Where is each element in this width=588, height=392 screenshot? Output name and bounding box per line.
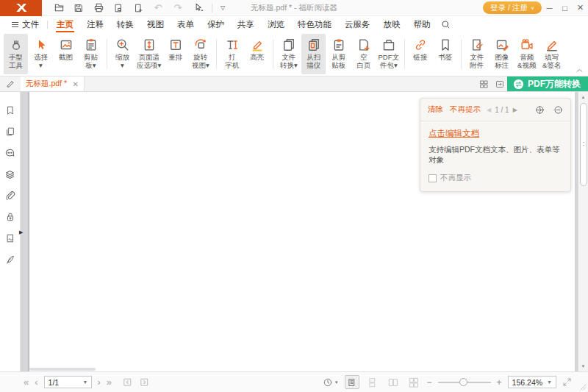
maximize-button[interactable]: □ xyxy=(557,0,573,16)
security-panel-icon[interactable] xyxy=(4,211,16,223)
redo-icon[interactable]: ↷ xyxy=(172,2,184,14)
next-view-icon[interactable] xyxy=(139,377,150,388)
typewriter-icon xyxy=(225,36,240,53)
ribbon-pdf-portfolio-button[interactable]: PDF文 件包▾ xyxy=(376,34,401,74)
previous-view-icon[interactable] xyxy=(122,377,133,388)
ribbon-audio-video-button[interactable]: 音频 &视频 xyxy=(514,34,539,74)
chevron-down-icon[interactable]: ▼ xyxy=(83,379,88,385)
scroll-down-icon[interactable]: ▼ xyxy=(578,364,588,368)
sign-stamp-icon[interactable] xyxy=(4,254,16,266)
ribbon-from-scanner-button[interactable]: 从扫 描仪 xyxy=(301,34,326,74)
facing-view-icon[interactable] xyxy=(386,375,401,389)
ribbon-label: 填写 &签名 xyxy=(542,53,561,69)
menu-tab-convert[interactable]: 转换 xyxy=(110,16,140,32)
save-icon[interactable] xyxy=(73,2,85,14)
ribbon-from-clipboard-button[interactable]: 从剪 贴板 xyxy=(326,34,351,74)
panel-expand-handle[interactable]: ▶ xyxy=(19,229,23,236)
ribbon-zoom-button[interactable]: 缩放 ▾ xyxy=(110,34,135,74)
menu-tab-features[interactable]: 特色功能 xyxy=(291,16,338,32)
gear-icon[interactable] xyxy=(535,105,545,115)
ribbon-fit-page-button[interactable]: 页面适 应选项▾ xyxy=(135,34,162,74)
export-doc-icon[interactable] xyxy=(112,2,124,14)
close-tab-icon[interactable]: ✕ xyxy=(73,80,79,88)
menu-tab-slideshow[interactable]: 放映 xyxy=(377,16,407,32)
pencil-icon[interactable] xyxy=(0,76,21,91)
horizontal-scrollbar-thumb[interactable] xyxy=(29,368,96,371)
view-tool-icon[interactable]: ▼ xyxy=(323,377,339,388)
collapse-minus-icon[interactable] xyxy=(553,105,563,115)
attachments-panel-icon[interactable] xyxy=(4,190,16,202)
close-button[interactable]: ✕ xyxy=(573,0,588,16)
ribbon-rotate-view-button[interactable]: 旋转 视图▾ xyxy=(188,34,212,74)
ribbon-snapshot-button[interactable]: 截图 xyxy=(54,34,78,74)
zoom-level-dropdown[interactable]: 156.24% ▼ xyxy=(508,376,556,388)
more-commands-icon[interactable]: ▽ xyxy=(220,4,225,11)
ribbon-typewriter-button[interactable]: 打 字机 xyxy=(220,34,244,74)
pager-next-icon[interactable]: ▶ xyxy=(513,107,517,113)
open-folder-icon[interactable] xyxy=(53,2,65,14)
ribbon-select-button[interactable]: 选择 ▾ xyxy=(29,34,53,74)
pdf-convert-button[interactable]: PDF万能转换 xyxy=(507,76,588,91)
undo-icon[interactable]: ↶ xyxy=(152,2,164,14)
window-resize-grip[interactable] xyxy=(580,384,587,391)
menu-tab-home[interactable]: 主页 xyxy=(50,16,80,32)
ribbon-highlight-button[interactable]: 高亮 xyxy=(245,34,269,74)
vertical-scrollbar[interactable]: ▲ ▼ xyxy=(578,92,588,371)
menu-tab-cloud[interactable]: 云服务 xyxy=(338,16,377,32)
ribbon-reflow-button[interactable]: 重排 xyxy=(163,34,187,74)
zoom-out-icon[interactable]: − xyxy=(427,377,432,388)
continuous-view-icon[interactable] xyxy=(365,375,380,389)
minimize-button[interactable]: ─ xyxy=(542,0,557,16)
menu-tab-help[interactable]: 帮助 xyxy=(407,16,437,32)
document-viewport[interactable]: 清除 不再提示 ◀ 1 / 1 ▶ 点击编辑文档 支持编辑PDF文档文本、图片、… xyxy=(21,92,578,371)
ribbon-clipboard-button[interactable]: 剪贴 板▾ xyxy=(79,34,103,74)
pointer-tool-icon[interactable] xyxy=(192,2,204,14)
ribbon-link-button[interactable]: 链接 xyxy=(408,34,432,74)
page-thumbnails-icon[interactable] xyxy=(4,126,16,138)
document-tab[interactable]: 无标题.pdf * ✕ xyxy=(21,76,85,91)
search-icon[interactable] xyxy=(437,16,455,32)
ribbon-hand-tool-button[interactable]: 手型 工具 xyxy=(4,34,28,74)
menu-tab-form[interactable]: 表单 xyxy=(171,16,201,32)
edit-document-link[interactable]: 点击编辑文档 xyxy=(429,128,479,139)
zoom-in-icon[interactable]: + xyxy=(497,377,502,388)
ribbon-blank-page-button[interactable]: 空 白页 xyxy=(351,34,376,74)
continuous-facing-view-icon[interactable] xyxy=(406,375,421,389)
first-page-icon[interactable]: « xyxy=(24,377,29,388)
comments-panel-icon[interactable] xyxy=(4,147,16,159)
ribbon-bookmark-button[interactable]: 书签 xyxy=(433,34,457,74)
ribbon-file-attachment-button[interactable]: 文件 附件 xyxy=(465,34,489,74)
ribbon-image-annotation-button[interactable]: 图像 标注 xyxy=(490,34,514,74)
scroll-up-icon[interactable]: ▲ xyxy=(578,95,588,99)
layers-panel-icon[interactable] xyxy=(4,168,16,180)
menu-file-button[interactable]: 文件 xyxy=(6,16,45,32)
zoom-slider-thumb[interactable] xyxy=(459,378,467,386)
bookmarks-panel-icon[interactable] xyxy=(4,104,16,116)
menu-tab-protect[interactable]: 保护 xyxy=(201,16,231,32)
menu-tab-view[interactable]: 视图 xyxy=(140,16,171,32)
vertical-scrollbar-thumb[interactable] xyxy=(580,103,587,186)
login-button[interactable]: 登录 / 注册 ∨ xyxy=(483,1,542,14)
page-number-input[interactable] xyxy=(45,378,83,387)
collapse-ribbon-icon[interactable] xyxy=(576,68,583,73)
ribbon-fill-sign-button[interactable]: 填写 &签名 xyxy=(539,34,564,74)
reading-mode-icon[interactable] xyxy=(492,76,507,91)
menu-tab-comment[interactable]: 注释 xyxy=(80,16,110,32)
menu-tab-browse[interactable]: 浏览 xyxy=(261,16,291,32)
dont-show-checkbox[interactable] xyxy=(429,174,437,182)
new-doc-icon[interactable] xyxy=(132,2,144,14)
next-page-icon[interactable]: › xyxy=(98,377,101,388)
tab-grid-icon[interactable] xyxy=(476,76,492,91)
prev-page-icon[interactable]: ‹ xyxy=(35,377,37,388)
last-page-icon[interactable]: » xyxy=(107,377,112,388)
print-icon[interactable] xyxy=(93,2,104,14)
single-page-view-icon[interactable] xyxy=(345,375,359,389)
pager-prev-icon[interactable]: ◀ xyxy=(487,107,491,113)
zoom-slider[interactable] xyxy=(438,382,491,383)
fullscreen-icon[interactable] xyxy=(562,377,572,387)
ribbon-file-convert-button[interactable]: 文件 转换▾ xyxy=(276,34,301,74)
digital-signatures-panel-icon[interactable] xyxy=(4,232,16,244)
menu-tab-share[interactable]: 共享 xyxy=(231,16,261,32)
clear-link[interactable]: 清除 xyxy=(428,104,443,115)
dont-remind-link[interactable]: 不再提示 xyxy=(450,104,481,115)
